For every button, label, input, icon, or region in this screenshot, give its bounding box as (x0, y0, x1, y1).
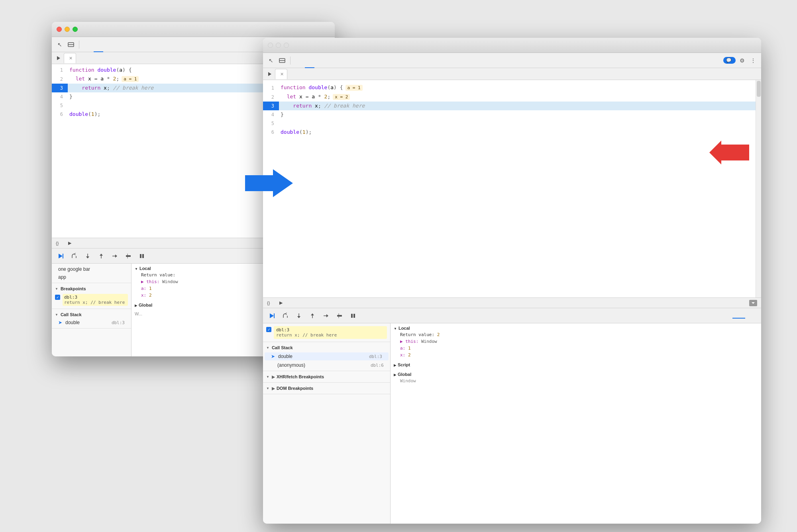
left-panel-1: one google bar app Breakpoints ✓ dbl:3 r… (52, 264, 132, 356)
call-stack-header-2[interactable]: Call Stack (263, 344, 390, 352)
more-icon-2[interactable]: ⋮ (748, 56, 758, 65)
scope-section-2: Local Return value: 2 ▶ this: Window a: … (391, 323, 761, 360)
script-scope-header-2[interactable]: Script (394, 362, 758, 368)
breakpoints-section-1: Breakpoints ✓ dbl:3 return x; // break h… (52, 283, 131, 309)
tab-more-1[interactable] (105, 37, 114, 52)
watch-tab-2[interactable] (745, 313, 758, 319)
svg-marker-31 (326, 314, 328, 317)
settings-icon-2[interactable]: ⚙ (737, 56, 747, 65)
call-stack-section-2: Call Stack ➤ double dbl:3 (anonymous) db… (263, 342, 390, 371)
svg-marker-21 (752, 302, 755, 304)
divider-2 (290, 57, 291, 65)
svg-marker-12 (115, 254, 117, 258)
script-section-2: Script (391, 360, 761, 370)
bp-checkbox-2[interactable]: ✓ (266, 327, 271, 332)
file-tab-dbl-1[interactable]: ✕ (64, 53, 76, 63)
minimize-button-1[interactable] (65, 27, 70, 32)
breakpoint-item-2: ✓ dbl:3 return x; // break here (263, 325, 390, 340)
step-out-btn-1[interactable] (96, 250, 107, 262)
scroll-to-btn[interactable] (749, 300, 757, 306)
tab-sources-1[interactable] (94, 37, 103, 52)
deactivate-btn-1[interactable] (123, 250, 134, 262)
call-stack-section-1: Call Stack ➤ double dbl:3 (52, 309, 131, 329)
call-stack-header-1[interactable]: Call Stack (52, 311, 131, 319)
scope-watch-tabs-2 (732, 313, 758, 319)
global-section-2: Global Window (391, 370, 761, 386)
main-content-2: ✕ 1 function double(a) {a = 1 2 let x = … (263, 68, 761, 524)
pause-btn-1[interactable] (136, 250, 147, 262)
resume-btn-1[interactable] (55, 250, 66, 262)
bp-checkbox-1[interactable]: ✓ (55, 295, 60, 300)
step-btn-1[interactable] (109, 250, 120, 262)
status-bar-2: {} ▶ (263, 297, 761, 308)
step-out-btn-2[interactable] (307, 310, 318, 321)
close-button-2[interactable] (268, 43, 273, 48)
svg-rect-13 (126, 255, 131, 257)
pause-btn-2[interactable] (347, 310, 359, 321)
tab-elements-1[interactable] (82, 37, 92, 52)
xhr-section-2: ▶XHR/fetch Breakpoints (263, 371, 390, 383)
bottom-section-2: ✓ dbl:3 return x; // break here Call Sta… (263, 308, 761, 524)
dock-icon[interactable] (66, 40, 76, 49)
svg-rect-23 (274, 313, 275, 318)
format-icon-1[interactable]: {} (56, 241, 59, 246)
cursor-icon[interactable]: ↖ (55, 40, 65, 49)
svg-marker-20 (268, 72, 271, 76)
call-stack-item-anon-2[interactable]: (anonymous) dbl:6 (263, 361, 390, 369)
xhr-header-2[interactable]: ▶XHR/fetch Breakpoints (263, 373, 390, 381)
svg-marker-8 (86, 256, 89, 258)
file-tab-bar-2: ✕ (263, 68, 761, 80)
scroll-thumb-2[interactable] (757, 81, 761, 97)
breakpoint-item-1: ✓ dbl:3 return x; // break here (52, 293, 131, 307)
editor-section-2: ✕ 1 function double(a) {a = 1 2 let x = … (263, 68, 761, 308)
traffic-lights-2 (268, 43, 289, 48)
local-scope-header-2[interactable]: Local (394, 325, 758, 331)
step-btn-2[interactable] (320, 310, 332, 321)
svg-marker-22 (270, 313, 274, 318)
svg-marker-36 (709, 141, 749, 164)
maximize-button-2[interactable] (284, 43, 289, 48)
step-over-btn-2[interactable] (280, 310, 291, 321)
step-into-btn-2[interactable] (293, 310, 304, 321)
close-file-icon[interactable]: ✕ (69, 56, 73, 61)
nav-item-googlebar[interactable]: one google bar (52, 265, 131, 273)
tab-elements-2[interactable] (294, 53, 303, 68)
dom-header-2[interactable]: ▶DOM Breakpoints (263, 384, 390, 392)
call-arrow-icon: ➤ (58, 320, 62, 325)
step-into-btn-1[interactable] (82, 250, 93, 262)
file-tab-dbl-2[interactable]: ✕ (275, 69, 287, 79)
close-button-1[interactable] (57, 27, 62, 32)
call-stack-item-double-2[interactable]: ➤ double dbl:3 (265, 352, 389, 360)
red-arrow-container (709, 141, 749, 166)
close-file-icon-2[interactable]: ✕ (280, 72, 284, 77)
step-over-btn-1[interactable] (69, 250, 80, 262)
svg-marker-27 (297, 316, 300, 318)
left-panel-2: ✓ dbl:3 return x; // break here Call Sta… (263, 323, 391, 524)
global-scope-header-2[interactable]: Global (394, 371, 758, 377)
breakpoints-header-1[interactable]: Breakpoints (52, 285, 131, 293)
run-icon-2[interactable] (266, 70, 273, 78)
deactivate-btn-2[interactable] (334, 310, 345, 321)
nav-item-app[interactable]: app (52, 273, 131, 281)
maximize-button-1[interactable] (73, 27, 78, 32)
code-editor-2[interactable]: 1 function double(a) {a = 1 2 let x = a … (263, 80, 756, 297)
blue-arrow-container (245, 167, 293, 201)
scope-tab-2[interactable] (732, 313, 745, 319)
divider-1 (79, 41, 79, 49)
call-arrow-icon-2: ➤ (271, 354, 275, 359)
tab-more-2[interactable] (316, 53, 326, 68)
console-badge-2[interactable]: 💬 (723, 57, 736, 64)
minimize-button-2[interactable] (276, 43, 281, 48)
dock-icon-2[interactable] (277, 56, 287, 65)
scrollbar-2[interactable] (756, 80, 761, 297)
resume-btn-2[interactable] (266, 310, 277, 321)
titlebar-1 (52, 22, 335, 37)
code-line-2-2: 2 let x = a * 2;x = 2 (263, 92, 756, 102)
code-line-2-4: 4 } (263, 110, 756, 119)
run-icon-1[interactable] (55, 55, 62, 62)
cursor-icon-2[interactable]: ↖ (266, 56, 276, 65)
svg-marker-2 (57, 56, 60, 60)
call-stack-item-double-1[interactable]: ➤ double dbl:3 (52, 319, 131, 327)
tab-sources-2[interactable] (305, 53, 314, 68)
format-icon-2[interactable]: {} (267, 301, 270, 305)
